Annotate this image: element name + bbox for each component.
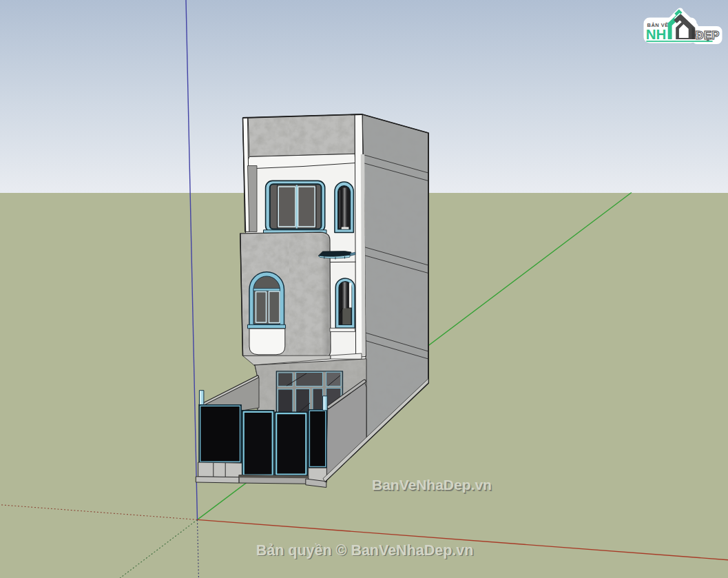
svg-text:BanVeNhaDep.vn: BanVeNhaDep.vn: [372, 477, 492, 493]
svg-text:ĐẸP: ĐẸP: [696, 29, 720, 42]
svg-text:Bản quyền © BanVeNhaDep.vn: Bản quyền © BanVeNhaDep.vn: [256, 542, 474, 559]
svg-text:NH: NH: [646, 26, 667, 42]
